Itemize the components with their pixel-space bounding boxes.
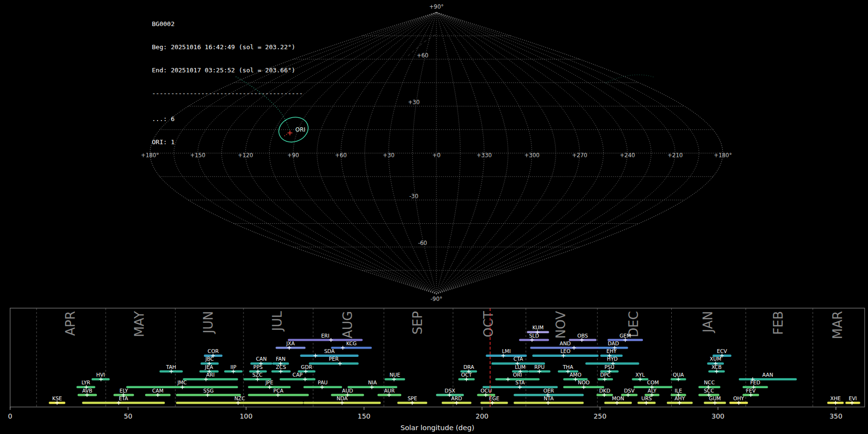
month-label: FEB — [771, 311, 786, 335]
shower-code-label: HYD — [607, 356, 617, 362]
map-longitude-label: +30 — [383, 152, 394, 159]
month-label: OCT — [481, 311, 496, 338]
shower-code-label: JXA — [286, 340, 295, 346]
shower-code-label: GEM — [620, 333, 631, 339]
shower-code-label: KSE — [52, 395, 62, 401]
shower-code-label: DPC — [600, 372, 610, 378]
activity-chart: APRMAYJUNJULAUGSEPOCTNOVDECJANFEBMARKUME… — [8, 308, 865, 432]
month-label: SEP — [410, 311, 425, 335]
shower-code-label: ECV — [717, 348, 728, 354]
map-latitude-label: +60 — [417, 52, 428, 59]
shower-code-label: NTA — [543, 395, 554, 401]
shower-code-label: PSU — [604, 364, 614, 370]
begin-time-line: Beg: 20251016 16:42:49 (sol = 203.22°) — [152, 43, 303, 51]
shower-code-label: GDR — [301, 364, 312, 370]
month-label: JAN — [701, 311, 715, 333]
shower-code-label: RPU — [534, 364, 544, 370]
sporadic-count: ...: 6 — [152, 115, 303, 123]
shower-code-label: NDA — [337, 395, 348, 401]
shower-code-label: KCG — [346, 340, 357, 346]
shower-code-label: DSV — [624, 388, 635, 393]
shower-code-label: MON — [612, 395, 624, 401]
shower-code-label: AND — [560, 340, 571, 346]
shower-code-label: XCB — [712, 364, 722, 370]
month-label: MAY — [132, 311, 147, 337]
shower-code-label: AVB — [82, 388, 93, 393]
shower-code-label: CTA — [514, 356, 524, 362]
shower-code-label: LMI — [502, 348, 511, 354]
shower-code-label: ARI — [206, 372, 215, 378]
map-longitude-label: +270 — [572, 152, 587, 159]
shower-activity-bar — [82, 402, 165, 404]
map-meridian — [436, 13, 651, 294]
x-axis-tick-label: 150 — [358, 412, 371, 420]
shower-code-label: IIP — [231, 364, 237, 370]
x-axis-tick-label: 250 — [594, 412, 607, 420]
map-longitude-label: +60 — [335, 152, 347, 159]
shower-code-label: GUM — [709, 395, 721, 401]
map-longitude-label: +210 — [667, 152, 683, 159]
shower-code-label: CAN — [256, 356, 267, 362]
shower-code-label: ALY — [648, 388, 657, 393]
shower-code-label: EVI — [849, 395, 857, 401]
x-axis-tick-label: 50 — [124, 412, 133, 420]
map-latitude-label: -60 — [418, 240, 427, 246]
shower-code-label: LUM — [515, 364, 526, 370]
shower-code-label: HVI — [96, 372, 105, 378]
shower-code-label: AMO — [570, 372, 582, 378]
shower-activity-bar — [309, 363, 359, 365]
map-longitude-label: +0 — [433, 152, 441, 159]
shower-code-label: TAH — [166, 364, 176, 370]
shower-code-label: ETA — [119, 395, 128, 401]
shower-code-label: JBC — [205, 356, 214, 362]
shower-activity-bar — [532, 354, 599, 357]
shower-activity-bar — [739, 378, 797, 380]
shower-code-label: PCA — [273, 388, 284, 393]
shower-code-label: URS — [641, 395, 652, 401]
map-longitude-label: +330 — [476, 152, 492, 159]
shower-code-label: PPS — [253, 364, 263, 370]
shower-code-label: SLD — [529, 333, 539, 339]
map-latitude-label: -30 — [409, 193, 419, 200]
shower-code-label: ELY — [120, 388, 128, 393]
shower-code-label: PAU — [318, 380, 328, 385]
observation-info-box: BG0002 Beg: 20251016 16:42:49 (sol = 203… — [152, 5, 303, 162]
shower-code-label: OHY — [733, 395, 744, 401]
shower-code-label: JMC — [177, 380, 187, 385]
ori-count: ORI: 1 — [152, 138, 303, 146]
shower-code-label: ILE — [675, 388, 682, 393]
month-label: MAR — [830, 311, 845, 339]
shower-code-label: LYR — [81, 380, 90, 385]
shower-code-label: NZC — [234, 395, 245, 401]
shower-code-label: NCC — [704, 380, 715, 385]
separator-line: ---------------------------------------- — [152, 90, 303, 97]
shower-code-label: FED — [750, 380, 760, 385]
month-label: AUG — [340, 311, 355, 339]
shower-code-label: AHY — [675, 395, 685, 401]
plot-canvas: +180°+150+120+90+60+30+0+330+300+270+240… — [0, 0, 868, 434]
shower-code-label: KUM — [532, 325, 543, 330]
shower-code-label: ARD — [451, 395, 462, 401]
shower-code-label: JPE — [265, 380, 273, 385]
map-longitude-label: +300 — [524, 152, 540, 159]
shower-code-label: THA — [562, 364, 573, 370]
shower-code-label: XHE — [830, 395, 841, 401]
shower-code-label: AUD — [342, 388, 353, 393]
shower-code-label: AUR — [384, 388, 394, 393]
shower-code-label: SZC — [252, 372, 262, 378]
shower-code-label: EHY — [607, 348, 617, 354]
shower-code-label: AAN — [762, 372, 773, 378]
shower-code-label: COM — [647, 380, 659, 385]
shower-code-label: STA — [515, 380, 525, 385]
month-label: JUL — [270, 311, 285, 332]
month-label: JUN — [201, 311, 216, 334]
map-latitude-label: +30 — [408, 99, 420, 106]
shower-code-label: COR — [208, 348, 219, 354]
shower-code-label: SPE — [407, 395, 417, 401]
shower-code-label: DSX — [445, 388, 455, 393]
shower-code-label: OER — [543, 388, 554, 393]
shower-code-label: XUM — [710, 356, 721, 362]
shower-code-label: OBS — [577, 333, 588, 339]
shower-code-label: LEO — [560, 348, 570, 354]
shower-code-label: DAD — [608, 340, 619, 346]
